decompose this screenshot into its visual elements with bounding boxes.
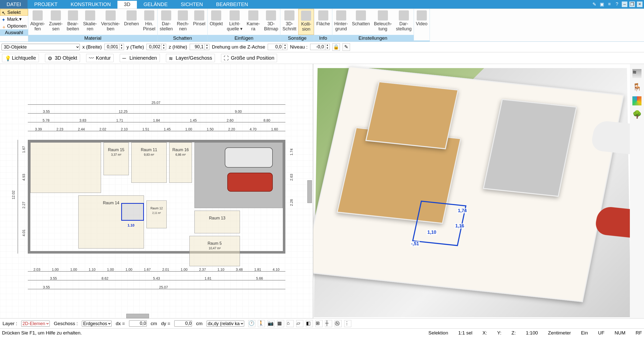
restore-icon[interactable]: ❐ <box>629 2 635 7</box>
dx-input[interactable] <box>129 320 147 327</box>
menu-tab-bearbeiten[interactable]: BEARBEITEN <box>210 0 255 9</box>
ribbon-btn-video[interactable]: Video <box>414 9 430 40</box>
ribbon-btn-skalieren[interactable]: Skalie-ren <box>81 9 99 35</box>
chair-icon[interactable]: 🪑 <box>632 83 641 92</box>
ribbon-btn-schatten[interactable]: Schatten <box>350 9 372 35</box>
menu-tab-sichten[interactable]: SICHTEN <box>174 0 210 9</box>
clipboard-icon[interactable]: ▣ <box>599 2 605 7</box>
edit-icon[interactable]: ✎ <box>342 43 350 51</box>
db-icon[interactable]: ≡ <box>607 2 612 7</box>
scrollbar-2d[interactable] <box>126 314 149 318</box>
ribbon-btn-darstellung[interactable]: Dar-stellung <box>394 9 414 35</box>
rot-input[interactable] <box>268 44 283 50</box>
vscrollbar-2d[interactable] <box>307 180 312 203</box>
mode-select[interactable]: dx,dy (relativ ka <box>207 321 244 327</box>
y-label: y (Tiefe) <box>127 44 144 50</box>
layers-icon[interactable]: ≋ <box>632 69 641 78</box>
tree-icon[interactable]: 🌳 <box>632 110 641 119</box>
ribbon-btn-hinpinsel[interactable]: Hin.Pinsel <box>141 9 157 35</box>
view-2d[interactable]: Raum 153,37 m² Raum 119,83 m² Raum 166,8… <box>0 64 313 318</box>
ribbon-icon <box>106 10 116 20</box>
grid-icon[interactable]: ┼ <box>325 320 332 327</box>
y-input[interactable] <box>147 44 161 50</box>
ribbon-btn-dschnitt[interactable]: 3D-Schnitt <box>280 9 298 35</box>
ribbon-btn-beleuchtung[interactable]: Beleuch-tung <box>372 9 394 35</box>
kontur-button[interactable]: 〰Kontur <box>86 54 114 62</box>
ribbon-icon <box>378 10 388 20</box>
wire-icon[interactable]: ▱ <box>296 320 303 327</box>
cursor-icon: ↖ <box>2 10 6 15</box>
ribbon-btn-pinsel[interactable]: Pinsel <box>191 9 207 35</box>
ribbon-icon <box>68 10 78 20</box>
ribbon-btn-zuweisen[interactable]: Zuwei-sen <box>47 9 65 35</box>
roof-icon[interactable]: ⌂ <box>287 320 294 327</box>
layer-select[interactable]: 2D-Elemen <box>21 321 50 327</box>
rot-down[interactable]: ▼ <box>283 47 287 50</box>
ribbon-btn-flche[interactable]: Fläche <box>314 9 332 35</box>
ribbon-btn-rechnen[interactable]: Rech-nen <box>175 9 191 35</box>
object-type-select[interactable]: 3D-Objekte <box>2 44 80 50</box>
ribbon-btn-bearbeiten[interactable]: Bear-beiten <box>65 9 81 35</box>
ribbon-btn-abgreifen[interactable]: Abgrei-fen <box>28 9 47 35</box>
menu-tab-gelaende[interactable]: GELÄNDE <box>137 0 174 9</box>
ribbon-btn-dbitmap[interactable]: 3D-Bitmap <box>262 9 280 35</box>
ribbon-icon <box>417 10 427 20</box>
snap-icon[interactable]: ⊞ <box>315 320 323 327</box>
menu-tab-3d[interactable]: 3D <box>117 0 137 9</box>
room-11: Raum 119,83 m² <box>131 142 167 183</box>
ribbon-btn-darstellen[interactable]: Dar-stellen <box>158 9 175 35</box>
ribbon-btn-drehen[interactable]: Drehen <box>122 9 141 35</box>
dy-input[interactable] <box>174 320 192 327</box>
optionen-button[interactable]: ＋Optionen <box>0 23 28 29</box>
palette-icon[interactable] <box>632 96 641 105</box>
select-button[interactable]: ↖Selekt <box>0 9 28 16</box>
ribbon-btn-hintergrund[interactable]: Hinter-grund <box>332 9 350 35</box>
x-input[interactable] <box>105 44 119 50</box>
z-input[interactable] <box>190 44 205 50</box>
scene-3d[interactable]: -,51 1,10 1,74 1,16 <box>314 68 631 317</box>
help-icon[interactable]: ? <box>614 2 620 7</box>
minimize-icon[interactable]: – <box>622 2 627 7</box>
niv-down[interactable]: ▼ <box>325 47 330 50</box>
z-down[interactable]: ▼ <box>205 47 209 50</box>
rot-label: Drehung um die Z-Achse <box>212 44 265 50</box>
ribbon-btn-kamera[interactable]: Kame-ra <box>244 9 262 35</box>
room-16: Raum 166,86 m² <box>169 142 192 183</box>
rot-up[interactable]: ▲ <box>283 44 287 47</box>
close-icon[interactable]: × <box>637 2 642 7</box>
view-3d[interactable]: -,51 1,10 1,74 1,16 ≋ 🪑 🌳 <box>313 64 644 318</box>
niv-up[interactable]: ▲ <box>325 44 330 47</box>
shade-icon[interactable]: ◧ <box>306 320 313 327</box>
layer-button[interactable]: ≋Layer/Geschoss <box>166 54 215 62</box>
selection-box[interactable] <box>121 203 144 221</box>
ribbon-btn-objekt[interactable]: Objekt <box>208 9 225 35</box>
lichtquelle-button[interactable]: 💡Lichtquelle <box>2 54 39 62</box>
camera-icon[interactable]: 📷 <box>267 320 275 327</box>
x-down[interactable]: ▼ <box>119 47 124 50</box>
y-down[interactable]: ▼ <box>161 47 166 50</box>
menu-tab-datei[interactable]: DATEI <box>0 0 28 9</box>
z-up[interactable]: ▲ <box>205 44 209 47</box>
x-up[interactable]: ▲ <box>119 44 124 47</box>
north-icon[interactable]: Ⓝ <box>335 320 342 327</box>
geschoss-select[interactable]: Erdgeschos <box>82 321 112 327</box>
3dobjekt-button[interactable]: ⚙3D Objekt <box>45 54 80 62</box>
walk-icon[interactable]: 🚶 <box>258 320 265 327</box>
group-label-info: Info <box>314 35 332 41</box>
ribbon-btn-lichtquelle[interactable]: Licht-quelle ▾ <box>225 9 244 35</box>
ribbon-btn-verschieben[interactable]: Verschie-ben <box>99 9 122 35</box>
y-up[interactable]: ▲ <box>161 44 166 47</box>
wand-icon[interactable]: ✎ <box>591 2 597 7</box>
bottom-bar: Layer : 2D-Elemen Geschoss : Erdgeschos … <box>0 318 644 328</box>
menu-tab-projekt[interactable]: PROJEKT <box>28 0 64 9</box>
clock-icon[interactable]: 🕐 <box>248 320 255 327</box>
mark-button[interactable]: ✦Mark.▾ <box>0 16 28 23</box>
linienenden-button[interactable]: ─Linienenden <box>120 54 160 62</box>
ribbon-btn-kollision[interactable]: Kolli-sion <box>298 9 314 35</box>
lock-icon[interactable]: 🔒 <box>332 43 340 51</box>
groesse-button[interactable]: ⛶Größe und Position <box>221 54 277 62</box>
render-icon[interactable]: ▦ <box>277 320 284 327</box>
niveau-input[interactable] <box>310 44 325 50</box>
menu-tab-konstruktion[interactable]: KONSTRUKTION <box>64 0 117 9</box>
menu-icon[interactable]: ⋮ <box>344 320 351 327</box>
